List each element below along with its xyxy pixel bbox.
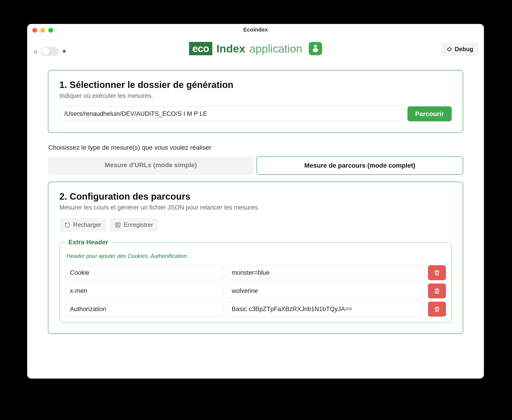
reload-icon	[65, 222, 70, 228]
header-key-input[interactable]	[65, 284, 223, 298]
delete-header-button[interactable]	[428, 265, 446, 280]
traffic-lights	[32, 28, 53, 33]
svg-rect-1	[313, 48, 317, 52]
toggle-knob	[42, 48, 49, 55]
header-value-input[interactable]	[227, 302, 424, 317]
window-maximize-button[interactable]	[48, 28, 53, 33]
tab-simple-mode[interactable]: Mesure d'URLs (mode simple)	[48, 156, 254, 175]
save-button[interactable]: Enregistrer	[110, 218, 158, 232]
window-close-button[interactable]	[32, 28, 37, 33]
header-row	[65, 284, 446, 298]
extra-header-hint: Header pour ajouter des Cookies, Autheni…	[67, 253, 446, 259]
header-value-input[interactable]	[227, 284, 424, 298]
browse-button[interactable]: Parcourir	[408, 106, 452, 121]
trash-icon	[433, 306, 440, 313]
save-icon	[115, 222, 121, 228]
save-button-label: Enregistrer	[124, 221, 153, 228]
logo-index-text: Index	[216, 42, 245, 55]
svg-rect-5	[116, 223, 120, 227]
header-row	[65, 265, 446, 280]
delete-header-button[interactable]	[428, 302, 446, 317]
extra-header-legend: Extra Header	[65, 239, 111, 246]
header-key-input[interactable]	[65, 302, 223, 317]
svg-point-0	[314, 45, 317, 48]
generation-folder-input[interactable]	[59, 106, 403, 121]
window-title: Ecoindex	[243, 26, 268, 33]
measure-tabs: Mesure d'URLs (mode simple) Mesure de pa…	[48, 156, 463, 175]
sun-bright-icon: ☀	[61, 48, 67, 55]
svg-rect-2	[313, 49, 313, 51]
app-logo: eco Index application	[189, 42, 322, 55]
header-value-input[interactable]	[227, 265, 424, 280]
tab-full-mode[interactable]: Mesure de parcours (mode complet)	[256, 156, 463, 175]
extra-header-fieldset: Extra Header Header pour ajouter des Coo…	[59, 239, 452, 322]
logo-application-text: application	[249, 42, 302, 55]
main: 1. Sélectionner le dossier de génération…	[27, 63, 484, 334]
app-window: Ecoindex ☼ ☀ eco Index application D	[27, 24, 484, 379]
svg-point-4	[448, 48, 451, 51]
step1-card: 1. Sélectionner le dossier de génération…	[48, 70, 463, 133]
logo-eco-badge: eco	[189, 42, 212, 55]
step2-title: 2. Configuration des parcours	[59, 191, 452, 202]
reload-button[interactable]: Recharger	[59, 218, 106, 232]
trash-icon	[433, 270, 440, 276]
header-row	[65, 302, 446, 317]
bug-icon	[446, 46, 452, 52]
svg-rect-3	[317, 49, 318, 51]
topbar: ☼ ☀ eco Index application Debug	[27, 36, 484, 63]
window-minimize-button[interactable]	[40, 28, 45, 33]
step2-card: 2. Configuration des parcours Mesurer le…	[48, 182, 463, 334]
header-rows	[65, 265, 446, 317]
content-area: ☼ ☀ eco Index application Debug	[27, 36, 484, 379]
sun-icon: ☼	[33, 48, 39, 55]
step1-subtitle: Indiquer où exécuter les mesures.	[59, 92, 452, 99]
theme-controls: ☼ ☀	[33, 47, 67, 56]
step1-title: 1. Sélectionner le dossier de génération	[59, 80, 452, 90]
debug-button[interactable]: Debug	[441, 42, 478, 56]
titlebar: Ecoindex	[27, 24, 484, 36]
debug-button-label: Debug	[455, 45, 473, 53]
reload-button-label: Recharger	[73, 221, 101, 228]
step2-subtitle: Mesurer les cours et générer un fichier …	[59, 204, 452, 211]
theme-toggle[interactable]	[41, 47, 59, 56]
header-key-input[interactable]	[65, 265, 223, 280]
trash-icon	[433, 288, 440, 294]
measure-type-prompt: Choisissez le type de mesure(s) que vous…	[48, 144, 463, 151]
robot-icon	[309, 42, 322, 55]
delete-header-button[interactable]	[428, 284, 446, 298]
step2-toolbar: Recharger Enregistrer	[59, 218, 452, 232]
